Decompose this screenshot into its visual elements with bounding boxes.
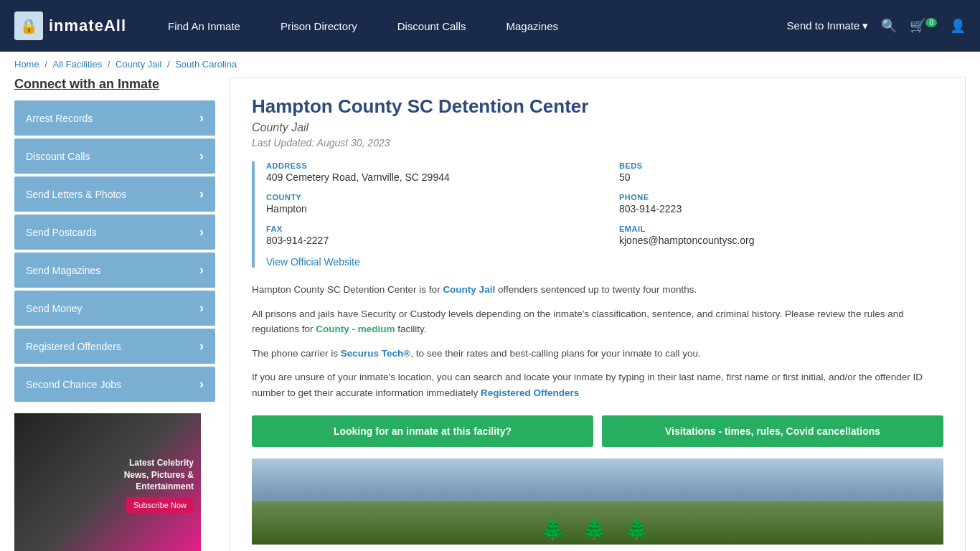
county-jail-link[interactable]: County Jail	[443, 284, 495, 295]
nav-right: Send to Inmate ▾ 🔍 🛒0 👤	[787, 18, 966, 34]
user-icon[interactable]: 👤	[950, 18, 966, 34]
facility-phone-block: PHONE 803-914-2223	[619, 193, 943, 215]
cart-badge: 0	[925, 18, 937, 27]
facility-email-block: EMAIL kjones@hamptoncountysc.org	[619, 225, 943, 246]
breadcrumb: Home / All Facilities / County Jail / So…	[0, 52, 980, 77]
phone-value: 803-914-2223	[619, 203, 943, 215]
facility-county-block: COUNTY Hampton	[266, 193, 590, 215]
sidebar-item-send-magazines[interactable]: Send Magazines ›	[14, 253, 215, 288]
facility-website-block: View Official Website	[266, 256, 943, 268]
beds-value: 50	[619, 171, 943, 183]
chevron-right-icon: ›	[199, 263, 204, 278]
securus-tech-link[interactable]: Securus Tech®	[341, 348, 410, 359]
address-value: 409 Cemetery Road, Varnville, SC 29944	[266, 171, 590, 183]
facility-buttons: Looking for an inmate at this facility? …	[252, 415, 943, 447]
email-value: kjones@hamptoncountysc.org	[619, 235, 943, 246]
phone-label: PHONE	[619, 193, 943, 202]
facility-address-block: ADDRESS 409 Cemetery Road, Varnville, SC…	[266, 161, 590, 183]
email-label: EMAIL	[619, 225, 943, 233]
sidebar-item-label: Registered Offenders	[26, 341, 121, 352]
nav-prison-directory[interactable]: Prison Directory	[260, 20, 377, 32]
find-inmate-button[interactable]: Looking for an inmate at this facility?	[252, 415, 593, 447]
sidebar-title: Connect with an Inmate	[14, 77, 215, 92]
ad-line3: Entertainment	[124, 481, 194, 493]
search-icon[interactable]: 🔍	[881, 18, 897, 34]
logo[interactable]: 🔒 inmateAll	[14, 11, 126, 40]
chevron-right-icon: ›	[199, 377, 204, 392]
facility-beds-block: BEDS 50	[619, 161, 943, 183]
sidebar-item-registered-offenders[interactable]: Registered Offenders ›	[14, 329, 215, 364]
description-paragraph-3: The phone carrier is Securus Tech®, to s…	[252, 346, 943, 362]
sidebar-item-discount-calls[interactable]: Discount Calls ›	[14, 138, 215, 174]
beds-label: BEDS	[619, 161, 943, 170]
facility-image	[252, 458, 943, 545]
sidebar-item-second-chance-jobs[interactable]: Second Chance Jobs ›	[14, 367, 215, 402]
chevron-right-icon: ›	[199, 339, 204, 354]
chevron-right-icon: ›	[199, 110, 204, 126]
breadcrumb-home[interactable]: Home	[14, 59, 39, 70]
registered-offenders-link[interactable]: Registered Offenders	[481, 387, 579, 398]
sidebar-item-send-postcards[interactable]: Send Postcards ›	[14, 215, 215, 250]
description-paragraph-2: All prisons and jails have Security or C…	[252, 306, 943, 337]
chevron-right-icon: ›	[199, 301, 204, 316]
nav-find-inmate[interactable]: Find An Inmate	[148, 20, 260, 32]
sidebar-advertisement[interactable]: Latest Celebrity News, Pictures & Entert…	[14, 413, 201, 551]
county-medium-link[interactable]: County - medium	[316, 324, 395, 334]
ad-text: Latest Celebrity News, Pictures & Entert…	[124, 457, 194, 493]
sidebar-item-label: Send Postcards	[26, 227, 97, 238]
visitations-button[interactable]: Visitations - times, rules, Covid cancel…	[602, 415, 943, 447]
nav-discount-calls[interactable]: Discount Calls	[377, 20, 486, 32]
chevron-right-icon: ›	[199, 225, 204, 240]
main-content: Connect with an Inmate Arrest Records › …	[0, 77, 980, 551]
nav-magazines[interactable]: Magazines	[486, 20, 579, 32]
sidebar-item-send-money[interactable]: Send Money ›	[14, 291, 215, 326]
ad-line2: News, Pictures &	[124, 469, 194, 481]
facility-updated: Last Updated: August 30, 2023	[252, 137, 943, 149]
county-label: COUNTY	[266, 193, 590, 202]
sidebar-item-arrest-records[interactable]: Arrest Records ›	[14, 100, 215, 136]
sidebar-item-label: Discount Calls	[26, 151, 90, 162]
breadcrumb-state[interactable]: South Carolina	[175, 59, 237, 70]
chevron-right-icon: ›	[199, 149, 204, 164]
svg-rect-0	[14, 11, 43, 40]
facility-main: Hampton County SC Detention Center Count…	[230, 77, 966, 551]
facility-website-link[interactable]: View Official Website	[266, 256, 360, 268]
sidebar-item-label: Second Chance Jobs	[26, 379, 121, 390]
breadcrumb-county-jail[interactable]: County Jail	[116, 59, 161, 70]
county-value: Hampton	[266, 203, 590, 215]
chevron-right-icon: ›	[199, 187, 204, 202]
breadcrumb-sep2: /	[108, 59, 113, 70]
sidebar-item-label: Send Money	[26, 303, 83, 314]
facility-type: County Jail	[252, 121, 943, 134]
fax-label: FAX	[266, 225, 590, 233]
breadcrumb-all-facilities[interactable]: All Facilities	[53, 59, 103, 70]
logo-icon: 🔒	[14, 11, 43, 40]
breadcrumb-sep3: /	[167, 59, 172, 70]
description-paragraph-4: If you are unsure of your inmate's locat…	[252, 369, 943, 400]
facility-title: Hampton County SC Detention Center	[252, 95, 943, 118]
main-nav: Find An Inmate Prison Directory Discount…	[148, 20, 787, 32]
facility-description: Hampton County SC Detention Center is fo…	[252, 282, 943, 401]
breadcrumb-sep1: /	[44, 59, 50, 70]
sidebar: Connect with an Inmate Arrest Records › …	[14, 77, 215, 551]
address-label: ADDRESS	[266, 161, 590, 170]
header: 🔒 inmateAll Find An Inmate Prison Direct…	[0, 0, 980, 52]
cart-icon[interactable]: 🛒0	[910, 18, 937, 34]
fax-value: 803-914-2227	[266, 235, 590, 246]
sidebar-item-send-letters[interactable]: Send Letters & Photos ›	[14, 176, 215, 212]
send-to-inmate-button[interactable]: Send to Inmate ▾	[787, 19, 869, 32]
sidebar-item-label: Arrest Records	[26, 113, 93, 124]
facility-fax-block: FAX 803-914-2227	[266, 225, 590, 246]
sidebar-item-label: Send Letters & Photos	[26, 189, 126, 200]
logo-text: inmateAll	[49, 17, 126, 35]
sidebar-item-label: Send Magazines	[26, 265, 100, 276]
description-paragraph-1: Hampton County SC Detention Center is fo…	[252, 282, 943, 298]
svg-text:🔒: 🔒	[20, 18, 37, 34]
facility-details: ADDRESS 409 Cemetery Road, Varnville, SC…	[252, 161, 943, 268]
ad-subscribe-button[interactable]: Subscribe Now	[126, 497, 194, 513]
ad-line1: Latest Celebrity	[124, 457, 194, 469]
